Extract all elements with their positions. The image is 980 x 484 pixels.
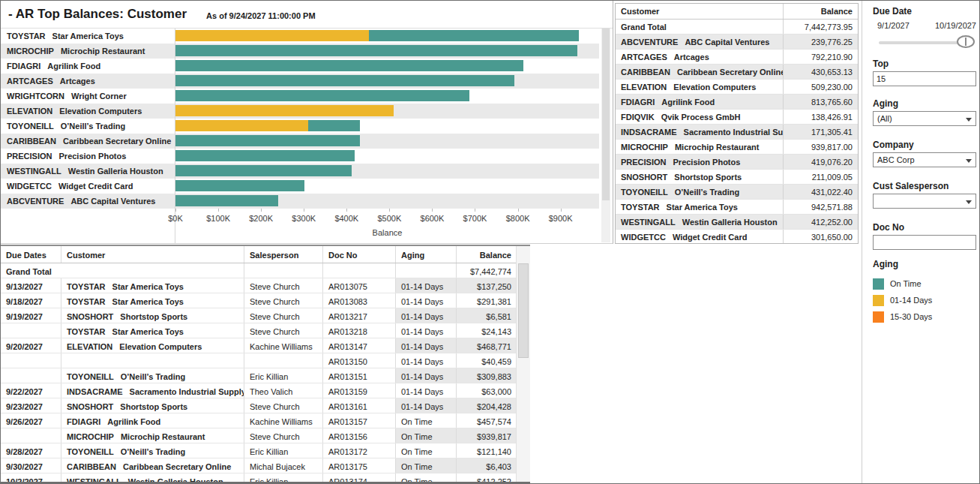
chart-row-label[interactable]: WIDGETCCWidget Credit Card: [1, 179, 175, 194]
chart-scrollbar[interactable]: [601, 29, 610, 242]
detail-col-header[interactable]: Customer: [61, 246, 244, 263]
bar-segment[interactable]: [175, 150, 355, 161]
due-date-cell: [1, 323, 61, 338]
chart-row-label[interactable]: TOYSTARStar America Toys: [1, 29, 175, 44]
due-date-slider[interactable]: [873, 35, 975, 50]
bar-segment[interactable]: [175, 165, 352, 176]
bar-segment[interactable]: [175, 45, 577, 56]
chart-row-label[interactable]: ABCVENTUREABC Capital Ventures: [1, 194, 175, 209]
summary-col-customer[interactable]: Customer: [616, 4, 784, 19]
bar-segment[interactable]: [175, 90, 469, 101]
summary-table-row[interactable]: SNOSHORTShortstop Sports211,009.05: [616, 170, 858, 185]
balance-cell: $137,250: [457, 278, 517, 293]
axis-tick-label: $400K: [334, 214, 358, 223]
x-axis-title: Balance: [175, 228, 599, 237]
chart-row-label[interactable]: WRIGHTCORNWright Corner: [1, 89, 175, 104]
bar-segment[interactable]: [308, 120, 360, 131]
bar-segment[interactable]: [175, 195, 278, 206]
chart-row-label[interactable]: MICROCHIPMicrochip Restaurant: [1, 44, 175, 59]
slider-handle[interactable]: [957, 35, 975, 48]
company-filter-dropdown[interactable]: ABC Corp: [873, 152, 976, 167]
cust-salesperson-dropdown[interactable]: [873, 194, 976, 209]
summary-table-row[interactable]: CARIBBEANCaribbean Secretary Online430,6…: [616, 65, 858, 80]
doc-no-filter-label: Doc No: [873, 222, 904, 233]
summary-table-row[interactable]: MICROCHIPMicrochip Restaurant939,817.00: [616, 140, 858, 155]
detail-col-header[interactable]: Doc No: [323, 246, 396, 263]
chart-row-label[interactable]: CARIBBEANCaribbean Secretary Online: [1, 134, 175, 149]
customer-code: TOYSTAR: [67, 297, 106, 306]
detail-table-row[interactable]: 9/23/2027SNOSHORTShortstop SportsSteve C…: [1, 398, 530, 413]
detail-col-header[interactable]: Aging: [396, 246, 457, 263]
legend-item[interactable]: 15-30 Days: [873, 308, 932, 325]
bar-segment[interactable]: [369, 30, 579, 41]
summary-table-row[interactable]: ELEVATIONElevation Computers509,230.00: [616, 80, 858, 95]
detail-table-row[interactable]: 10/2/2027WESTINGALLWestin Galleria Houst…: [1, 473, 530, 483]
detail-col-header[interactable]: Due Dates: [1, 246, 61, 263]
chart-row: CARIBBEANCaribbean Secretary Online: [1, 134, 599, 149]
summary-col-balance[interactable]: Balance: [784, 4, 858, 19]
customer-code: WIDGETCC: [621, 233, 666, 242]
detail-scrollbar[interactable]: [516, 246, 530, 482]
detail-table-row[interactable]: MICROCHIPMicrochip RestaurantSteve Churc…: [1, 428, 530, 443]
bar-segment[interactable]: [175, 135, 360, 146]
chart-scrollbar-thumb[interactable]: [602, 29, 610, 200]
doc-no-cell: AR013175: [323, 458, 396, 473]
detail-table-row[interactable]: TOYONEILLO’Neill’s TradingEric KillianAR…: [1, 368, 530, 383]
chart-row-label[interactable]: TOYONEILLO’Neill’s Trading: [1, 119, 175, 134]
chart-row: MICROCHIPMicrochip Restaurant: [1, 44, 599, 59]
detail-table-row[interactable]: 9/20/2027ELEVATIONElevation ComputersKac…: [1, 338, 530, 353]
summary-table-row[interactable]: TOYONEILLO’Neill’s Trading431,022.40: [616, 185, 858, 200]
detail-table-row[interactable]: Grand Total$7,442,774: [1, 263, 530, 278]
customer-cell: TOYONEILLO’Neill’s Trading: [61, 443, 244, 458]
detail-table-row[interactable]: 9/19/2027SNOSHORTShortstop SportsSteve C…: [1, 308, 530, 323]
summary-table-row[interactable]: PRECISIONPrecision Photos419,076.20: [616, 155, 858, 170]
legend-item[interactable]: 01-14 Days: [873, 292, 932, 308]
detail-table-row[interactable]: 9/18/2027TOYSTARStar America ToysSteve C…: [1, 293, 530, 308]
detail-table-row[interactable]: 9/22/2027INDSACRAMESacramento Industrial…: [1, 383, 530, 398]
as-of-timestamp: As of 9/24/2027 11:00:00 PM: [206, 9, 316, 20]
chart-row-plot: [175, 104, 599, 119]
summary-table-row[interactable]: ABCVENTUREABC Capital Ventures239,776.25: [616, 35, 858, 50]
chart-row-label[interactable]: ARTCAGESArtcages: [1, 74, 175, 89]
aging-filter-dropdown[interactable]: (All): [873, 111, 976, 126]
chevron-down-icon: [966, 118, 972, 122]
summary-table-row[interactable]: TOYSTARStar America Toys942,571.88: [616, 200, 858, 215]
chart-row-label[interactable]: PRECISIONPrecision Photos: [1, 149, 175, 164]
axis-tick-label: $200K: [249, 214, 273, 223]
detail-table-row[interactable]: 9/26/2027FDIAGRIAgrilink FoodKachine Wil…: [1, 413, 530, 428]
summary-balance-cell: 239,776.25: [784, 35, 858, 49]
customer-code: PRECISION: [7, 152, 52, 161]
salesperson-cell: [244, 263, 323, 278]
summary-table-row[interactable]: WIDGETCCWidget Credit Card301,650.00: [616, 230, 858, 244]
summary-table-row[interactable]: WESTINGALLWestin Galleria Houston412,252…: [616, 215, 858, 230]
detail-table-row[interactable]: 9/28/2027TOYONEILLO’Neill’s TradingEric …: [1, 443, 530, 458]
bar-segment[interactable]: [175, 60, 523, 71]
detail-table-row[interactable]: TOYSTARStar America ToysSteve ChurchAR01…: [1, 323, 530, 338]
doc-no-input[interactable]: [873, 235, 976, 250]
detail-table-row[interactable]: 9/13/2027TOYSTARStar America ToysSteve C…: [1, 278, 530, 293]
bar-segment[interactable]: [175, 105, 394, 116]
summary-table-row[interactable]: FDIQVIKQvik Process GmbH138,426.91: [616, 110, 858, 125]
customer-cell: ELEVATIONElevation Computers: [61, 338, 244, 353]
summary-table-row[interactable]: INDSACRAMESacramento Industrial Su..171,…: [616, 125, 858, 140]
bar-segment[interactable]: [175, 30, 369, 41]
detail-scrollbar-thumb[interactable]: [518, 263, 529, 358]
summary-table-row[interactable]: ARTCAGESArtcages792,210.90: [616, 50, 858, 65]
customer-code: WESTINGALL: [621, 218, 676, 227]
chart-row-label[interactable]: WESTINGALLWestin Galleria Houston: [1, 164, 175, 179]
summary-table-row[interactable]: Grand Total7,442,773.95: [616, 20, 858, 35]
detail-table-row[interactable]: AR01315001-14 Days$40,459: [1, 353, 530, 368]
chart-row-label[interactable]: FDIAGRIAgrilink Food: [1, 59, 175, 74]
detail-table-row[interactable]: 9/30/2027CARIBBEANCaribbean Secretary On…: [1, 458, 530, 473]
chart-row: ELEVATIONElevation Computers: [1, 104, 599, 119]
detail-col-header[interactable]: Salesperson: [244, 246, 323, 263]
bar-segment[interactable]: [175, 120, 308, 131]
bar-segment[interactable]: [175, 180, 304, 191]
legend-item[interactable]: On Time: [873, 275, 932, 292]
chart-row-label[interactable]: ELEVATIONElevation Computers: [1, 104, 175, 119]
top-filter-input[interactable]: [873, 71, 976, 86]
summary-table-row[interactable]: FDIAGRIAgrilink Food813,765.60: [616, 95, 858, 110]
bar-segment[interactable]: [175, 75, 514, 86]
detail-col-header[interactable]: Balance: [457, 246, 517, 263]
customer-code: SNOSHORT: [621, 173, 667, 182]
